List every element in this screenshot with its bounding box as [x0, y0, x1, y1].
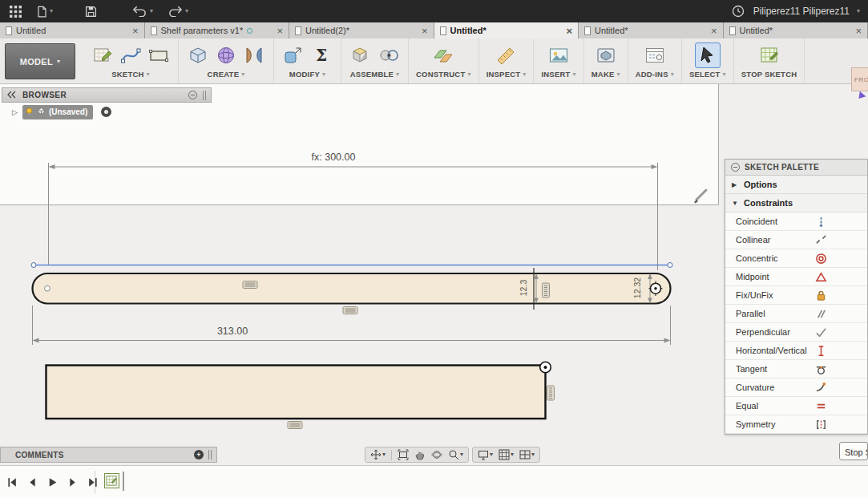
nav-pan-button[interactable]	[413, 448, 427, 461]
step-forward-button[interactable]	[67, 476, 79, 488]
tab-shelf-parameters-v1-1[interactable]: Shelf parameters v1*	[145, 22, 290, 38]
viewports-button[interactable]: ▾	[518, 448, 536, 461]
rectangle-button[interactable]	[147, 43, 171, 67]
file-menu-button[interactable]: ▾	[34, 6, 55, 18]
dim-height-right-label[interactable]: 12.32	[632, 277, 642, 298]
browser-root-item[interactable]: ▷ (Unsaved)	[2, 103, 212, 120]
panel-grip[interactable]	[208, 450, 212, 460]
palette-header[interactable]: SKETCH PALETTE	[725, 160, 867, 176]
tab-untitled-4[interactable]: Untitled*	[579, 22, 724, 38]
ribbon-dropdown-make[interactable]: MAKE▾	[591, 68, 620, 80]
new-component-button[interactable]	[349, 43, 373, 67]
corner-point-target[interactable]	[540, 362, 551, 373]
spline-button[interactable]	[119, 43, 143, 67]
timeline-position-marker[interactable]	[123, 472, 124, 491]
skip-to-end-button[interactable]	[87, 476, 99, 488]
slot-left-center-point[interactable]	[45, 285, 50, 291]
constraint-row-curvature[interactable]: Curvature	[725, 379, 867, 397]
insert-image-button[interactable]	[547, 43, 571, 67]
comments-bar[interactable]: COMMENTS +	[0, 447, 217, 463]
constraint-row-parallel[interactable]: Parallel	[725, 305, 867, 323]
browser-header[interactable]: BROWSER	[2, 87, 212, 103]
constraint-row-tangent[interactable]: Tangent	[725, 360, 867, 379]
constraint-row-symmetry[interactable]: Symmetry	[725, 415, 867, 434]
grid-settings-button[interactable]: ▾	[497, 448, 515, 461]
plane-button[interactable]	[431, 43, 455, 67]
ribbon-dropdown-insert[interactable]: INSERT▾	[541, 68, 575, 80]
constraint-row-equal[interactable]: Equal	[725, 397, 867, 415]
stop-sketch-button[interactable]	[757, 43, 781, 67]
section-constraints[interactable]: ▼ Constraints	[725, 194, 867, 213]
constraint-row-perpendicular[interactable]: Perpendicular	[725, 323, 867, 342]
addins-button[interactable]	[643, 43, 667, 67]
workspace-selector[interactable]: MODEL ▾	[5, 43, 75, 79]
save-button[interactable]	[83, 6, 99, 18]
job-status-button[interactable]	[730, 5, 746, 18]
close-tab-button[interactable]	[711, 26, 717, 36]
close-tab-button[interactable]	[422, 26, 428, 36]
constraint-row-horizontal-vertical[interactable]: Horizontal/Vertical	[725, 342, 867, 360]
dim-top-label[interactable]: fx: 300.00	[312, 152, 356, 163]
constraint-row-fix-unfix[interactable]: Fix/UnFix	[725, 286, 867, 305]
display-settings-button[interactable]: ▾	[476, 448, 495, 461]
tab-untitled-3[interactable]: Untitled*	[434, 22, 579, 38]
skip-to-start-button[interactable]	[6, 476, 19, 488]
select-cursor-button[interactable]	[696, 43, 720, 67]
constraint-row-coincident[interactable]: Coincident	[725, 213, 867, 231]
slot-profile[interactable]	[33, 273, 671, 304]
close-tab-button[interactable]	[855, 26, 862, 36]
tab-untitled-2-2[interactable]: Untitled(2)*	[289, 22, 434, 38]
press-pull-button[interactable]	[281, 43, 305, 67]
ribbon-dropdown-assemble[interactable]: ASSEMBLE▾	[350, 68, 400, 80]
loft-button[interactable]	[242, 43, 266, 67]
collapse-panel-icon[interactable]	[188, 91, 197, 99]
ribbon-dropdown-construct[interactable]: CONSTRUCT▾	[416, 68, 471, 80]
measure-button[interactable]	[495, 43, 519, 67]
step-back-button[interactable]	[26, 476, 39, 488]
section-options[interactable]: ▶ Options	[725, 176, 867, 194]
construction-line-selected[interactable]	[31, 263, 672, 268]
bulb-icon[interactable]	[25, 107, 34, 118]
nav-zoom-button[interactable]: ▾	[446, 448, 465, 461]
box-button[interactable]	[186, 43, 210, 67]
ribbon-dropdown-inspect[interactable]: INSPECT▾	[486, 68, 527, 80]
close-tab-button[interactable]	[277, 26, 283, 36]
visibility-eye-icon[interactable]	[101, 107, 111, 117]
redo-button[interactable]: ▾	[166, 6, 190, 17]
document-chip[interactable]: (Unsaved)	[22, 105, 93, 119]
tab-untitled-0[interactable]: Untitled	[0, 22, 145, 38]
ribbon-dropdown-add-ins[interactable]: ADD-INS▾	[636, 68, 674, 80]
close-tab-button[interactable]	[132, 26, 139, 36]
dim-height-left-label[interactable]: 12.3	[519, 280, 528, 297]
sphere-button[interactable]	[214, 43, 238, 67]
nav-move-button[interactable]: ▾	[369, 448, 387, 461]
play-button[interactable]	[46, 476, 59, 488]
rectangle-profile[interactable]	[46, 366, 546, 419]
ribbon-dropdown-select[interactable]: SELECT▾	[689, 68, 726, 80]
sketch-button[interactable]	[91, 43, 115, 67]
nav-orbit-button[interactable]	[430, 448, 444, 461]
ribbon-dropdown-modify[interactable]: MODIFY▾	[289, 68, 325, 80]
add-comment-icon[interactable]: +	[194, 450, 204, 460]
panel-grip[interactable]	[203, 91, 206, 100]
dim-width-label[interactable]: 313.00	[217, 326, 248, 337]
tab-untitled-5[interactable]: Untitled*	[724, 22, 868, 38]
viewport[interactable]: fx: 300.00 12.3	[0, 84, 868, 465]
undo-button[interactable]: ▾	[131, 6, 155, 17]
nav-fit-button[interactable]	[396, 448, 410, 461]
viewcube[interactable]: FRO	[851, 67, 868, 91]
joint-button[interactable]	[377, 43, 401, 67]
user-name[interactable]: Piliperez11 Piliperez11	[753, 6, 850, 17]
stop-sketch-button[interactable]: Stop S	[839, 442, 868, 460]
parameters-sigma-button[interactable]: Σ	[309, 43, 333, 67]
ribbon-dropdown-sketch[interactable]: SKETCH▾	[111, 68, 149, 80]
constraint-row-midpoint[interactable]: Midpoint	[725, 268, 867, 286]
ribbon-dropdown-create[interactable]: CREATE▾	[208, 68, 245, 80]
constraint-row-collinear[interactable]: Collinear	[725, 231, 867, 249]
ribbon-dropdown-stop-sketch[interactable]: STOP SKETCH	[741, 68, 797, 80]
constraint-row-concentric[interactable]: Concentric	[725, 249, 867, 268]
expand-arrow-icon[interactable]: ▷	[12, 108, 18, 116]
timeline-sketch-feature[interactable]	[104, 473, 119, 488]
app-grid-button[interactable]	[8, 6, 23, 18]
collapse-palette-icon[interactable]	[731, 163, 740, 172]
